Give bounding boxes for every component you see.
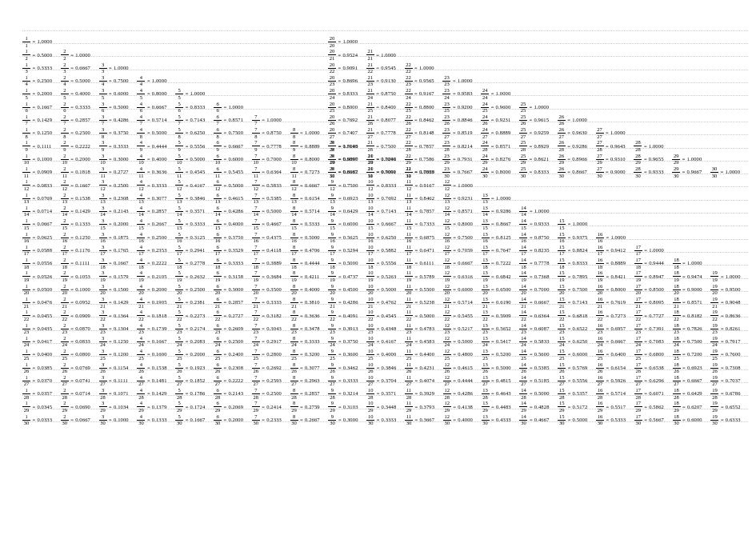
fraction-icon: 1530 [558,414,566,426]
equals-sign: = [338,405,342,410]
equals-sign: = [109,183,112,189]
denominator: 17 [406,251,412,257]
decimal-value: 0.5600 [534,352,550,357]
fraction-icon: 912 [328,179,336,191]
denominator: 10 [24,160,30,166]
decimal-value: 0.1071 [114,391,129,397]
decimal-value: 0.8929 [534,144,549,150]
equals-sign: = [338,417,342,423]
fraction-icon: 38 [99,127,107,139]
equals-sign: = [567,170,570,175]
frac-11-13: 1113=0.8462 [405,193,434,205]
fraction-icon: 1422 [519,309,527,321]
denominator: 12 [406,186,412,191]
denominator: 9 [63,146,66,152]
fraction-icon: 1118 [405,258,413,269]
decimal-value: 0.6000 [228,157,243,162]
frac-24-26: 2426=0.9231 [481,114,510,126]
denominator: 21 [100,303,106,309]
frac-19-24: 1924=0.7917 [710,336,740,348]
frac-8-30: 830=0.2667 [290,414,320,426]
equals-sign: = [300,287,303,293]
decimal-value: 1.0000 [496,196,511,202]
equals-sign: = [109,78,112,84]
denominator: 30 [62,421,68,426]
denominator: 14 [291,212,297,218]
frac-3-9: 39=0.3333 [99,140,129,152]
fraction-icon: 830 [290,414,298,426]
frac-7-16: 716=0.4375 [252,232,282,244]
denominator: 7 [25,121,27,126]
decimal-value: 0.5000 [534,391,550,397]
denominator: 29 [368,160,374,166]
decimal-value: 0.3750 [228,235,243,241]
frac-11-17: 1117=0.6471 [405,245,434,257]
denominator: 25 [712,355,718,361]
frac-5-8: 58=0.6250 [175,127,205,139]
denominator: 28 [712,394,718,400]
fraction-icon: 1025 [366,349,374,361]
fraction-icon: 224 [61,336,69,348]
fraction-icon: 2229 [405,154,413,166]
equals-sign: = [338,196,342,202]
decimal-value: 0.0588 [37,248,52,254]
frac-25-27: 2527=0.9259 [519,127,549,139]
fraction-icon: 522 [175,309,183,321]
denominator: 26 [368,121,374,126]
equals-sign: = [530,339,533,345]
frac-1-11: 111=0.0909 [22,166,52,178]
decimal-value: 0.4615 [228,196,243,202]
equals-sign: = [33,209,36,214]
decimal-value: 0.1667 [152,339,167,345]
frac-3-28: 328=0.1071 [99,388,129,400]
equals-sign: = [721,378,724,384]
equals-sign: = [109,378,112,384]
frac-5-13: 513=0.3846 [175,193,205,205]
equals-sign: = [491,248,494,254]
fraction-icon: 914 [328,206,336,218]
equals-sign: = [453,352,456,357]
frac-15-28: 1528=0.5357 [558,388,587,400]
denominator: 7 [63,121,66,126]
decimal-value: 0.9167 [419,91,434,97]
fraction-icon: 26 [61,102,69,114]
fraction-icon: 1416 [519,232,527,244]
decimal-value: 0.3158 [228,274,243,280]
denominator: 29 [712,407,718,413]
denominator: 25 [215,355,221,361]
decimal-value: 0.2963 [305,378,320,384]
frac-29-29: 2929=1.0000 [672,154,702,166]
denominator: 22 [598,316,603,321]
fraction-icon: 1526 [558,362,566,374]
decimal-value: 0.4118 [266,248,282,254]
denominator: 20 [712,290,718,296]
denominator: 20 [100,290,106,296]
frac-12-26: 1226=0.4615 [443,362,473,374]
equals-sign: = [530,170,533,175]
equals-sign: = [186,300,189,305]
decimal-value: 0.5000 [228,183,243,189]
frac-7-21: 721=0.3333 [252,297,282,309]
denominator: 13 [330,199,335,205]
equals-sign: = [567,144,570,150]
frac-11-16: 1116=0.6875 [405,232,434,244]
denominator: 29 [674,407,679,413]
equals-sign: = [147,391,150,397]
denominator: 25 [291,355,297,361]
frac-3-15: 315=0.2000 [99,218,129,230]
denominator: 15 [215,225,221,230]
denominator: 25 [406,355,412,361]
equals-sign: = [224,300,227,305]
equals-sign: = [644,313,647,319]
denominator: 18 [368,264,374,269]
fraction-icon: 1321 [482,297,490,309]
numerator: 16 [596,349,604,355]
decimal-value: 1.0000 [458,183,473,189]
fraction-icon: 1328 [482,388,490,400]
fraction-icon: 127 [22,375,30,387]
fraction-icon: 326 [99,362,107,374]
frac-27-30: 2730=0.9000 [596,166,626,178]
equals-sign: = [109,391,112,397]
denominator: 22 [368,69,374,74]
equals-sign: = [682,274,686,280]
